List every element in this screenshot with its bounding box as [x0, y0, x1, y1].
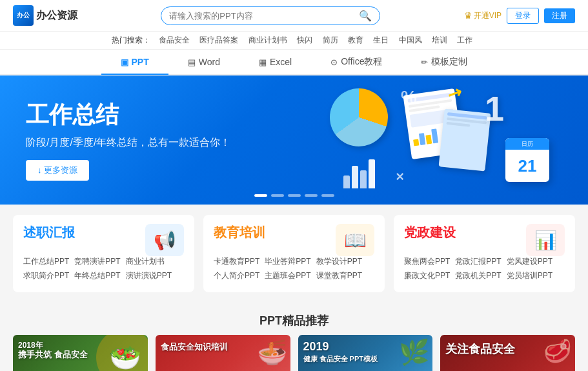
doc-page-2 — [438, 108, 491, 171]
cat-link[interactable]: 党政汇报PPT — [455, 256, 501, 267]
hot-search-item[interactable]: 快闪 — [297, 35, 312, 45]
cat-title-3-wrapper: 党政建设 — [404, 224, 456, 248]
banner-subtitle: 阶段/月度/季度/年终总结，总有一款适合你！ — [26, 136, 230, 150]
percent-deco: % — [401, 87, 417, 108]
zv-icon: 📢 — [145, 224, 184, 256]
cat-row-1-2: 求职简介PPT 年终总结PPT 演讲演说PPT — [23, 270, 184, 281]
dot-5[interactable] — [321, 194, 334, 197]
logo-text: 办公资源 — [36, 9, 77, 23]
cat-title-text-2: 教育培训 — [214, 224, 265, 241]
ppt-grid: 2018年 携手共筑 食品安全 🥗 食品安全知识培训 🍜 2019 健康 食品安… — [0, 335, 588, 371]
tab-excel[interactable]: ▦ Excel — [239, 50, 311, 74]
search-icon[interactable]: 🔍 — [359, 10, 372, 22]
cat-link[interactable]: 卡通教育PPT — [214, 256, 259, 267]
cat-link[interactable]: 个人简介PPT — [214, 270, 259, 281]
cat-link[interactable]: 教学设计PPT — [316, 256, 362, 267]
cat-links-1: 工作总结PPT 竞聘演讲PPT 商业计划书 求职简介PPT 年终总结PPT 演讲… — [23, 256, 184, 281]
cat-links-2: 卡通教育PPT 毕业答辩PPT 教学设计PPT 个人简介PPT 主题班会PPT … — [214, 256, 374, 281]
ppt-card-3-year: 2019 — [303, 340, 329, 354]
hot-search-item[interactable]: 培训 — [432, 35, 447, 45]
dot-4[interactable] — [305, 194, 318, 197]
ppt-card-2-label: 食品安全知识培训 — [161, 341, 228, 353]
hot-search-item[interactable]: 工作 — [457, 35, 472, 45]
cat-row-3-1: 聚焦两会PPT 党政汇报PPT 党风建设PPT — [404, 256, 565, 267]
nav-tabs: ▣ PPT ▤ Word ▦ Excel ⊙ Office教程 ✏ 模板定制 — [0, 50, 588, 75]
hot-search-item[interactable]: 中国风 — [399, 35, 422, 45]
banner-dots — [254, 194, 334, 197]
cat-icon-1: 📢 — [145, 224, 184, 256]
vip-label: 开通VIP — [474, 10, 502, 21]
tab-excel-label: Excel — [270, 57, 292, 67]
hot-search-item[interactable]: 简历 — [323, 35, 338, 45]
register-button[interactable]: 注册 — [544, 8, 575, 23]
category-edu: 教育培训 📖 卡通教育PPT 毕业答辩PPT 教学设计PPT 个人简介PPT 主… — [203, 215, 385, 292]
vip-button[interactable]: ♛ 开通VIP — [464, 10, 502, 21]
cat-card-inner-2: 教育培训 📖 — [214, 224, 374, 256]
bar-chart-deco — [343, 156, 375, 188]
dot-2[interactable] — [271, 194, 284, 197]
banner-more-button[interactable]: ↓ 更多资源 — [26, 160, 89, 181]
banner-content: 工作总结 阶段/月度/季度/年终总结，总有一款适合你！ ↓ 更多资源 — [26, 99, 230, 181]
hot-search-item[interactable]: 生日 — [373, 35, 389, 45]
hot-search-bar: 热门搜索： 食品安全 医疗品答案 商业计划书 快闪 简历 教育 生日 中国风 培… — [0, 32, 588, 50]
ppt-card-4-label: 关注食品安全 — [445, 341, 515, 357]
hot-search-item[interactable]: 食品安全 — [159, 35, 190, 45]
cat-row-3-2: 廉政文化PPT 党政机关PPT 党员培训PPT — [404, 270, 565, 281]
cat-title-text-3: 党政建设 — [404, 224, 456, 241]
cat-link[interactable]: 求职简介PPT — [23, 270, 69, 281]
cat-link[interactable]: 课堂教育PPT — [316, 270, 362, 281]
ppt-card-1[interactable]: 2018年 携手共筑 食品安全 🥗 — [13, 335, 148, 371]
hot-search-item[interactable]: 商业计划书 — [248, 35, 287, 45]
crown-icon: ♛ — [464, 10, 472, 21]
dot-1[interactable] — [254, 194, 267, 197]
cat-link[interactable]: 工作总结PPT — [23, 256, 69, 267]
number-1-deco: 1 — [485, 88, 504, 128]
tab-word-label: Word — [199, 57, 220, 67]
hot-search-item[interactable]: 医疗品答案 — [199, 35, 238, 45]
dot-3[interactable] — [288, 194, 301, 197]
ppt-card-3[interactable]: 2019 健康 食品安全 PPT模板 🌿 — [298, 335, 433, 371]
banner-title: 工作总结 — [26, 99, 230, 131]
tab-ppt[interactable]: ▣ PPT — [101, 50, 168, 75]
party-icon: 📊 — [526, 224, 565, 256]
search-bar: 🔍 — [161, 6, 380, 25]
cat-card-inner-3: 党政建设 📊 — [404, 224, 565, 256]
cat-title-text-1: 述职汇报 — [23, 224, 75, 241]
header: 办公 办公资源 🔍 ♛ 开通VIP 登录 注册 — [0, 0, 588, 32]
cat-title-2-wrapper: 教育培训 — [214, 224, 265, 248]
hot-search-prefix: 热门搜索： — [112, 35, 150, 45]
food-circle-1: 🥗 — [96, 335, 148, 371]
cat-icon-3: 📊 — [526, 224, 565, 256]
edu-icon: 📖 — [336, 224, 374, 256]
tab-word[interactable]: ▤ Word — [168, 50, 239, 74]
ppt-card-3-label: 健康 食品安全 PPT模板 — [303, 354, 378, 364]
tab-template-label: 模板定制 — [431, 56, 467, 68]
excel-icon: ▦ — [259, 57, 267, 67]
cat-link[interactable]: 毕业答辩PPT — [265, 256, 310, 267]
cat-link[interactable]: 商业计划书 — [126, 256, 165, 267]
cat-link[interactable]: 党政机关PPT — [455, 270, 501, 281]
cat-link[interactable]: 年终总结PPT — [74, 270, 120, 281]
login-button[interactable]: 登录 — [507, 8, 539, 24]
cat-link[interactable]: 党风建设PPT — [507, 256, 553, 267]
ppt-card-4[interactable]: 关注食品安全 🥩 — [440, 335, 575, 371]
office-icon: ⊙ — [330, 57, 338, 67]
tab-template[interactable]: ✏ 模板定制 — [401, 50, 487, 74]
cat-row-1-1: 工作总结PPT 竞聘演讲PPT 商业计划书 — [23, 256, 184, 267]
food-deco-2: 🍜 — [257, 338, 287, 366]
food-deco-3: 🌿 — [399, 338, 429, 366]
search-input[interactable] — [169, 11, 359, 21]
cat-link[interactable]: 主题班会PPT — [265, 270, 310, 281]
tab-office[interactable]: ⊙ Office教程 — [311, 50, 401, 74]
ppt-card-2[interactable]: 食品安全知识培训 🍜 — [156, 335, 290, 371]
cat-link[interactable]: 演讲演说PPT — [126, 270, 172, 281]
cat-icon-2: 📖 — [336, 224, 374, 256]
cat-link[interactable]: 聚焦两会PPT — [404, 256, 450, 267]
cat-link[interactable]: 党员培训PPT — [507, 270, 553, 281]
cat-link[interactable]: 廉政文化PPT — [404, 270, 450, 281]
food-deco-4: 🥩 — [543, 338, 572, 365]
hot-search-item[interactable]: 教育 — [348, 35, 363, 45]
banner-decoration: ↗ 1 日历 21 % × — [317, 75, 588, 205]
cat-link[interactable]: 竞聘演讲PPT — [74, 256, 120, 267]
word-icon: ▤ — [188, 57, 196, 67]
